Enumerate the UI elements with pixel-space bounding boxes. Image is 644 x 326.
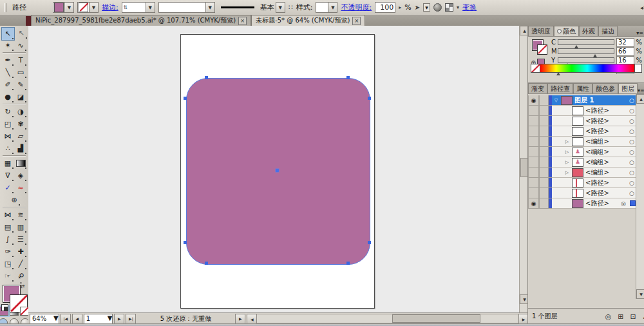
direct-selection-tool[interactable]: ↖: [15, 27, 28, 39]
scale-tool[interactable]: ◰: [2, 118, 14, 130]
lock-toggle[interactable]: [539, 106, 549, 116]
lock-toggle[interactable]: [539, 126, 549, 137]
panel-menu-icon[interactable]: ▾≡: [636, 30, 643, 36]
visibility-toggle[interactable]: ◉: [528, 95, 539, 106]
paintbrush-tool[interactable]: ✐: [2, 79, 14, 91]
width-tool[interactable]: ⋈: [2, 130, 14, 142]
style-select[interactable]: ▼: [316, 2, 337, 13]
pattern-dropdown-arrow[interactable]: ▾: [457, 5, 459, 10]
target-circle-icon[interactable]: ○: [627, 159, 636, 166]
expand-toggle-icon[interactable]: ▷: [564, 170, 570, 175]
visibility-toggle[interactable]: [528, 178, 539, 188]
target-circle-icon[interactable]: ○: [627, 180, 636, 186]
target-circle-icon[interactable]: ○: [627, 139, 636, 145]
artboard-navigation-select[interactable]: 1 ▼: [84, 314, 113, 324]
recolor-artwork-icon[interactable]: ∷: [289, 3, 293, 12]
target-circle-icon[interactable]: ○: [627, 128, 636, 135]
zoom-level-select[interactable]: 64% ▼: [30, 314, 59, 324]
color-spectrum-bar[interactable]: [540, 64, 634, 73]
document-tab-1[interactable]: NiPic_287997_5981fbe2e87daeb5.ai* @ 107.…: [31, 15, 251, 26]
blend-tool[interactable]: ◈: [15, 169, 27, 182]
target-circle-icon[interactable]: ○: [627, 169, 636, 176]
warp-tool[interactable]: ✾: [15, 118, 27, 130]
rotate-tool[interactable]: ↻: [2, 106, 14, 118]
layer-row[interactable]: <路径>○: [528, 188, 636, 198]
document-tab-2[interactable]: 未标题-5* @ 64% (CMYK/预览)×: [251, 15, 365, 26]
horizontal-scrollbar[interactable]: ◀ ▶: [247, 314, 529, 323]
layers-panel-tab-4[interactable]: 颜色参: [592, 83, 618, 93]
line-tool[interactable]: ╲: [2, 66, 14, 79]
graph-tool[interactable]: ▟: [15, 142, 27, 155]
layer-row[interactable]: ▷♟<编组>○: [528, 147, 636, 157]
visibility-toggle[interactable]: [528, 188, 539, 198]
close-icon[interactable]: ×: [238, 17, 247, 25]
visibility-toggle[interactable]: [528, 147, 539, 157]
crop-tool[interactable]: ◳: [2, 258, 14, 270]
opacity-input[interactable]: 100: [375, 2, 395, 13]
layers-panel-tab-5[interactable]: 图层: [618, 83, 638, 93]
layers-scrollbar[interactable]: ▲ ▼: [636, 94, 644, 299]
visibility-toggle[interactable]: [528, 137, 539, 147]
stroke-color-dropdown[interactable]: ▼: [77, 2, 99, 13]
eyedropper-tool[interactable]: ∇: [2, 169, 14, 182]
expand-toggle-icon[interactable]: ▷: [564, 149, 570, 155]
expand-toggle-icon[interactable]: ▽: [553, 98, 559, 103]
type-tool[interactable]: T: [15, 54, 27, 66]
next-artboard-button[interactable]: ▶: [114, 314, 124, 324]
panel-menu-icon[interactable]: ▾≡: [638, 88, 644, 93]
anchor-point[interactable]: [184, 241, 187, 244]
select-similar-dropdown[interactable]: ▼: [423, 3, 430, 12]
anchor-point[interactable]: [346, 262, 350, 265]
pencil-tool[interactable]: ✎: [15, 79, 27, 91]
visibility-toggle[interactable]: [528, 106, 539, 116]
spectrum-white-swatch[interactable]: [634, 64, 642, 73]
swap-fill-stroke-icon[interactable]: ⇄: [21, 283, 25, 289]
lock-toggle[interactable]: [539, 168, 549, 178]
target-circle-icon[interactable]: ○: [627, 97, 636, 104]
new-layer-icon[interactable]: ⊡: [630, 312, 636, 321]
panel-stroke-swatch[interactable]: [537, 44, 547, 55]
stroke-link[interactable]: 描边:: [102, 3, 118, 12]
expand-toggle-icon[interactable]: ▷: [564, 139, 570, 144]
layer-row[interactable]: <路径>○: [528, 106, 636, 116]
target-circle-icon[interactable]: ○: [627, 118, 636, 124]
eraser-tool[interactable]: ◪: [15, 91, 27, 103]
target-circle-icon[interactable]: ○: [627, 190, 636, 197]
selection-indicator[interactable]: [630, 200, 636, 206]
stroke-weight-select[interactable]: ⇅ ▼: [122, 2, 155, 13]
rectangle-tool[interactable]: ▭: [15, 66, 27, 79]
expand-toggle-icon[interactable]: ▷: [564, 160, 570, 165]
lock-toggle[interactable]: [539, 137, 549, 147]
spectrum-none-swatch[interactable]: [531, 64, 540, 73]
make-clipping-mask-icon[interactable]: ◎: [605, 312, 612, 321]
blob-brush-tool[interactable]: ●: [2, 91, 14, 103]
mesh-tool[interactable]: ▦: [2, 157, 14, 169]
object-center-point[interactable]: [276, 169, 279, 172]
flag-warp-tool[interactable]: ≋: [15, 209, 27, 221]
visibility-toggle[interactable]: [528, 126, 539, 137]
vertical-scrollbar[interactable]: ▲ ▼: [519, 26, 528, 312]
fill-color-dropdown[interactable]: ▼: [53, 2, 74, 13]
close-icon[interactable]: ×: [352, 17, 361, 25]
stroke-settings-tool[interactable]: ☰: [15, 233, 27, 245]
layer-row-layer1[interactable]: ◉▽图层 1○: [528, 95, 636, 106]
perspective-grid-tool[interactable]: ⊕: [8, 194, 21, 206]
slider-track[interactable]: [558, 48, 614, 54]
status-flyout-arrow[interactable]: ▶: [235, 314, 245, 324]
lock-toggle[interactable]: [539, 95, 549, 106]
anchor-point[interactable]: [205, 76, 208, 79]
none-mode-button[interactable]: [20, 307, 29, 316]
color-panel-tab-1[interactable]: 透明度: [528, 26, 554, 36]
lock-toggle[interactable]: [539, 198, 549, 209]
anchor-point[interactable]: [346, 76, 350, 79]
zoom-tool[interactable]: ♀: [12, 267, 30, 285]
live-paint-selection-tool[interactable]: ≈: [15, 182, 27, 194]
slider-value-input[interactable]: 32: [616, 38, 634, 47]
visibility-toggle[interactable]: [528, 168, 539, 178]
visibility-toggle[interactable]: [528, 157, 539, 168]
layer-row[interactable]: <路径>○: [528, 126, 636, 137]
new-sublayer-icon[interactable]: ⊞: [618, 312, 623, 321]
scroll-down-arrow[interactable]: ▼: [636, 289, 644, 299]
page-tool[interactable]: ▥: [15, 221, 27, 233]
target-circle-icon[interactable]: ○: [627, 108, 636, 114]
